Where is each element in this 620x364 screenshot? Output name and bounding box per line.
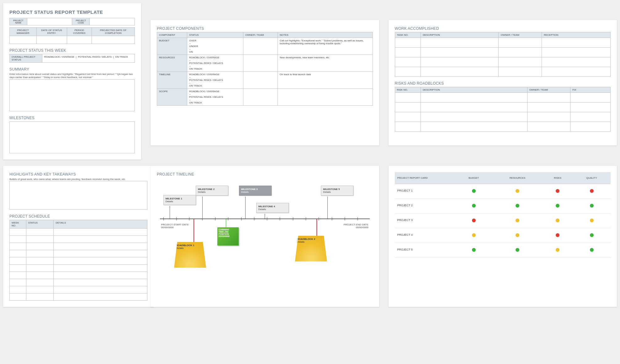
status-dot-g — [516, 204, 519, 208]
table-row: SCOPEROADBLOCK / OVERAGE – POTENTIAL RIS… — [157, 89, 373, 106]
table-row — [395, 57, 611, 67]
table-row — [10, 272, 147, 279]
table-row — [10, 236, 147, 243]
milestones-box[interactable] — [9, 121, 135, 153]
page-title: PROJECT STATUS REPORT TEMPLATE — [9, 9, 135, 15]
risks-table: RISK NO.DESCRIPTIONOWNER / TEAMFIX — [395, 87, 611, 132]
project-name-cell: PROJECT 3 — [395, 213, 455, 228]
status-dot-g — [590, 204, 594, 208]
status-row: OVERALL PROJECT STATUS ROADBLOCK / OVERA… — [9, 54, 135, 63]
current-position-note: CURRENTTIMELINEPOSITION00/00/0000 — [217, 227, 239, 245]
highlights-heading: HIGHLIGHTS AND KEY TAKEAWAYS — [9, 172, 147, 177]
report-card-row: PROJECT 1 — [395, 184, 611, 198]
status-dot-r — [472, 219, 476, 222]
status-week-heading: PROJECT STATUS THIS WEEK — [9, 48, 135, 53]
risks-heading: RISKS AND ROADBLOCKS — [395, 81, 611, 86]
manager-label: PROJECT MANAGER — [10, 28, 37, 36]
project-name-cell: PROJECT 5 — [395, 243, 455, 257]
milestones-heading: MILESTONES — [9, 116, 135, 120]
overall-status-label: OVERALL PROJECT STATUS — [10, 54, 42, 63]
project-name-cell: PROJECT 1 — [395, 184, 455, 198]
summary-box[interactable] — [9, 79, 135, 111]
status-dot-r — [556, 233, 559, 237]
project-name-cell: PROJECT 2 — [395, 198, 455, 213]
table-row — [10, 279, 147, 286]
report-card-row: PROJECT 4 — [395, 228, 611, 243]
summary-hint: Enter information here about overall sta… — [9, 73, 135, 79]
date-entry-label: DATE OF STATUS ENTRY — [36, 28, 67, 36]
template-page-1: PROJECT STATUS REPORT TEMPLATE PROJECT N… — [3, 3, 141, 160]
template-page-5: PROJECT TIMELINE MILESTONE 1Details MILE… — [151, 166, 379, 307]
template-page-4: HIGHLIGHTS AND KEY TAKEAWAYS Bullets of … — [3, 166, 154, 307]
table-row: RESOURCESROADBLOCK / OVERAGE – POTENTIAL… — [157, 55, 373, 72]
milestone-4: MILESTONE 4Details — [256, 203, 289, 213]
components-table: COMPONENT STATUS OWNER / TEAM NOTES BUDG… — [157, 32, 373, 106]
components-heading: PROJECT COMPONENTS — [157, 26, 373, 31]
status-dot-g — [472, 248, 476, 252]
end-date-label: PROJECT END DATE00/00/0000 — [343, 223, 368, 229]
status-dot-y — [472, 233, 476, 237]
table-row: TIMELINEROADBLOCK / OVERAGE – POTENTIAL … — [157, 72, 373, 89]
table-row — [395, 112, 611, 122]
status-dot-r — [590, 189, 594, 193]
report-card-header: PROJECT REPORT CARD — [395, 172, 455, 184]
report-card-row: PROJECT 5 — [395, 243, 611, 257]
status-dot-y — [516, 233, 519, 237]
table-row — [395, 67, 611, 77]
table-row — [395, 93, 611, 103]
status-dot-g — [472, 189, 476, 193]
work-accomplished-heading: WORK ACCOMPLISHED — [395, 26, 611, 31]
template-page-2: PROJECT COMPONENTS COMPONENT STATUS OWNE… — [151, 20, 379, 145]
status-dot-g — [590, 248, 594, 252]
table-row — [395, 38, 611, 48]
status-dot-g — [472, 204, 476, 208]
status-dot-r — [556, 189, 559, 193]
roadblock-2: ROADBLOCK 2Details — [295, 236, 327, 261]
start-date-label: PROJECT START DATE00/00/0000 — [161, 223, 189, 229]
status-dot-y — [556, 248, 559, 252]
timeline-heading: PROJECT TIMELINE — [157, 172, 373, 177]
highlights-box[interactable] — [9, 181, 147, 210]
project-code-label: PROJECT CODE — [72, 18, 90, 25]
milestone-3: MILESTONE 3Details — [239, 186, 272, 196]
period-label: PERIOD COVERED — [67, 28, 92, 36]
template-page-6: PROJECT REPORT CARD BUDGET RESOURCES RIS… — [389, 166, 617, 307]
completion-label: PROJECTED DATE OF COMPLETION — [92, 28, 135, 36]
report-card-table: PROJECT REPORT CARD BUDGET RESOURCES RIS… — [395, 172, 611, 258]
project-name-cell: PROJECT 4 — [395, 228, 455, 243]
table-row — [10, 250, 147, 257]
milestone-1: MILESTONE 1Details — [163, 195, 196, 205]
report-card-row: PROJECT 2 — [395, 198, 611, 213]
table-row — [10, 229, 147, 236]
status-dot-y — [556, 219, 559, 222]
roadblock-1: ROADBLOCK 1Details — [174, 242, 206, 268]
status-dot-y — [516, 189, 519, 193]
project-name-label: PROJECT NAME — [10, 18, 27, 25]
timeline-diagram: MILESTONE 1Details MILESTONE 2Details MI… — [157, 178, 373, 266]
milestone-2: MILESTONE 2Details — [196, 186, 228, 196]
table-row: BUDGETOVER – UNDER – ONCall out highligh… — [157, 38, 373, 55]
table-row — [10, 257, 147, 265]
status-dot-y — [590, 219, 594, 222]
table-row — [10, 265, 147, 272]
highlights-hint: Bullets of great work, who owns what, wh… — [9, 178, 147, 181]
table-row — [395, 48, 611, 57]
template-page-3: WORK ACCOMPLISHED TASK NO.DESCRIPTIONOWN… — [389, 20, 617, 145]
status-options[interactable]: ROADBLOCK / OVERAGE | POTENTIAL RISKS / … — [42, 54, 135, 63]
summary-heading: SUMMARY — [9, 67, 135, 71]
table-row — [395, 103, 611, 112]
report-card-row: PROJECT 3 — [395, 213, 611, 228]
schedule-heading: PROJECT SCHEDULE — [9, 214, 147, 219]
header-table: PROJECT NAME PROJECT CODE — [9, 18, 135, 25]
status-dot-g — [516, 248, 519, 252]
table-row — [10, 293, 147, 301]
status-dot-g — [556, 204, 559, 208]
status-dot-y — [516, 219, 519, 222]
table-row — [10, 243, 147, 250]
timeline-axis — [160, 219, 370, 219]
schedule-table: WEEK NO.STATUSDETAILS — [9, 220, 147, 301]
work-accomplished-table: TASK NO.DESCRIPTIONOWNER / TEAMRECEPTION — [395, 32, 611, 77]
status-dot-g — [590, 233, 594, 237]
table-row — [395, 122, 611, 132]
milestone-5: MILESTONE 5Details — [321, 186, 353, 196]
